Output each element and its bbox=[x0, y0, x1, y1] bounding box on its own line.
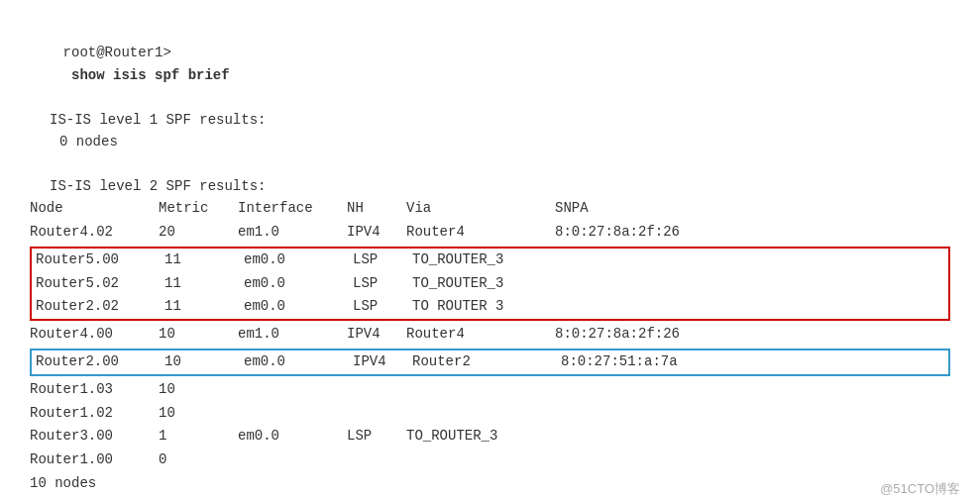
cell-via: Router4 bbox=[406, 323, 555, 347]
cell-nh: IPV4 bbox=[347, 221, 406, 245]
red-box-group: Router5.00 11 em0.0 LSP TO_ROUTER_3 Rout… bbox=[30, 247, 950, 321]
cell-nh: LSP bbox=[347, 425, 406, 448]
cell-nh bbox=[347, 402, 406, 426]
cell-node: Router5.02 bbox=[36, 272, 164, 296]
table-row: Router2.00 10 em0.0 IPV4 Router2 8:0:27:… bbox=[36, 350, 944, 374]
cell-snpa bbox=[555, 448, 733, 472]
cell-metric: 1 bbox=[159, 425, 238, 448]
total-nodes: 10 nodes bbox=[30, 472, 950, 494]
cell-interface: em0.0 bbox=[238, 425, 347, 448]
table-header: Node Metric Interface NH Via SNPA bbox=[30, 197, 950, 221]
cell-node: Router1.03 bbox=[30, 378, 159, 402]
table-row: Router2.02 11 em0.0 LSP TO ROUTER 3 bbox=[36, 295, 944, 319]
col-snpa-header: SNPA bbox=[555, 197, 733, 221]
cell-snpa bbox=[555, 425, 733, 448]
table-row: Router1.03 10 bbox=[30, 378, 950, 402]
cell-interface bbox=[238, 402, 347, 426]
table-row: Router5.02 11 em0.0 LSP TO_ROUTER_3 bbox=[36, 272, 944, 296]
cell-via: TO_ROUTER_3 bbox=[412, 249, 561, 272]
cell-node: Router4.02 bbox=[30, 221, 159, 245]
terminal-output: root@Router1> show isis spf brief IS-IS … bbox=[30, 20, 950, 494]
cell-snpa bbox=[555, 378, 733, 402]
cell-metric: 20 bbox=[159, 221, 238, 245]
spacer bbox=[30, 152, 950, 174]
watermark: @51CTO博客 bbox=[880, 480, 960, 498]
table-row: Router1.02 10 bbox=[30, 402, 950, 426]
cell-via bbox=[406, 402, 555, 426]
cell-snpa bbox=[561, 295, 739, 319]
cell-metric: 10 bbox=[164, 350, 244, 374]
cell-metric: 0 bbox=[159, 448, 238, 472]
cell-metric: 10 bbox=[159, 402, 238, 426]
cell-metric: 11 bbox=[164, 295, 244, 319]
cell-interface: em0.0 bbox=[244, 350, 353, 374]
command-line: root@Router1> show isis spf brief bbox=[30, 20, 950, 109]
level1-header: IS-IS level 1 SPF results: bbox=[30, 109, 950, 131]
blue-box-group: Router2.00 10 em0.0 IPV4 Router2 8:0:27:… bbox=[30, 349, 950, 376]
cell-node: Router2.00 bbox=[36, 350, 164, 374]
cell-interface bbox=[238, 448, 347, 472]
cell-interface bbox=[238, 378, 347, 402]
cell-metric: 11 bbox=[164, 272, 244, 296]
table-row: Router1.00 0 bbox=[30, 448, 950, 472]
cell-nh bbox=[347, 378, 406, 402]
cell-snpa bbox=[561, 249, 739, 272]
cell-node: Router2.02 bbox=[36, 295, 164, 319]
cell-nh bbox=[347, 448, 406, 472]
level2-header: IS-IS level 2 SPF results: bbox=[30, 175, 950, 197]
cell-snpa: 8:0:27:8a:2f:26 bbox=[555, 323, 733, 347]
cell-node: Router1.02 bbox=[30, 402, 159, 426]
cell-snpa bbox=[555, 402, 733, 426]
command: show isis spf brief bbox=[71, 67, 230, 83]
col-node-header: Node bbox=[30, 197, 159, 221]
cell-node: Router3.00 bbox=[30, 425, 159, 448]
table-row: Router3.00 1 em0.0 LSP TO_ROUTER_3 bbox=[30, 425, 950, 448]
cell-interface: em0.0 bbox=[244, 249, 353, 272]
table-row: Router4.00 10 em1.0 IPV4 Router4 8:0:27:… bbox=[30, 323, 950, 347]
table-row: Router4.02 20 em1.0 IPV4 Router4 8:0:27:… bbox=[30, 221, 950, 245]
cell-nh: LSP bbox=[353, 295, 412, 319]
cell-via: Router4 bbox=[406, 221, 555, 245]
cell-metric: 10 bbox=[159, 323, 238, 347]
col-interface-header: Interface bbox=[238, 197, 347, 221]
cell-via: TO_ROUTER_3 bbox=[406, 425, 555, 448]
cell-via bbox=[406, 448, 555, 472]
cell-metric: 10 bbox=[159, 378, 238, 402]
cell-nh: IPV4 bbox=[347, 323, 406, 347]
cell-interface: em1.0 bbox=[238, 323, 347, 347]
cell-node: Router1.00 bbox=[30, 448, 159, 472]
cell-snpa bbox=[561, 272, 739, 296]
cell-node: Router4.00 bbox=[30, 323, 159, 347]
cell-interface: em1.0 bbox=[238, 221, 347, 245]
col-via-header: Via bbox=[406, 197, 555, 221]
cell-metric: 11 bbox=[164, 249, 244, 272]
table-row: Router5.00 11 em0.0 LSP TO_ROUTER_3 bbox=[36, 249, 944, 272]
cell-interface: em0.0 bbox=[244, 295, 353, 319]
cell-node: Router5.00 bbox=[36, 249, 164, 272]
cell-via: TO ROUTER 3 bbox=[412, 295, 561, 319]
cell-snpa: 8:0:27:8a:2f:26 bbox=[555, 221, 733, 245]
cell-interface: em0.0 bbox=[244, 272, 353, 296]
cell-via bbox=[406, 378, 555, 402]
col-metric-header: Metric bbox=[159, 197, 238, 221]
col-nh-header: NH bbox=[347, 197, 406, 221]
level1-nodes: 0 nodes bbox=[30, 131, 950, 152]
cell-snpa: 8:0:27:51:a:7a bbox=[561, 350, 739, 374]
cell-via: Router2 bbox=[412, 350, 561, 374]
prompt: root@Router1> bbox=[63, 45, 171, 60]
cell-via: TO_ROUTER_3 bbox=[412, 272, 561, 296]
cell-nh: LSP bbox=[353, 249, 412, 272]
cell-nh: LSP bbox=[353, 272, 412, 296]
cell-nh: IPV4 bbox=[353, 350, 412, 374]
